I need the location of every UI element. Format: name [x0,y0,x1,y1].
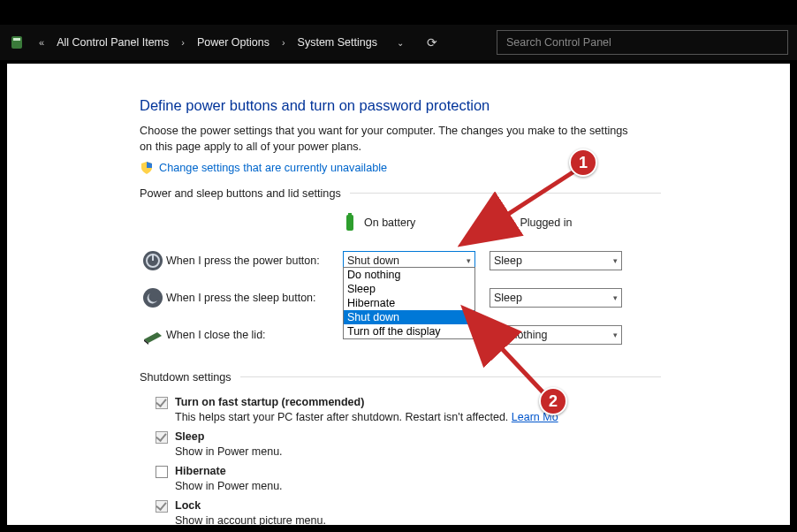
dropdown-lid-plugged[interactable]: Do nothing ▾ [490,325,622,345]
svg-point-9 [143,288,163,308]
row-sleep-label: When I press the sleep button: [166,292,343,304]
row-lid-label: When I close the lid: [166,329,343,341]
refresh-icon[interactable]: ⟳ [427,35,437,49]
dropdown-value: Sleep [494,255,522,267]
breadcrumb-item-system[interactable]: System Settings [298,36,377,49]
chk-fast-label: Turn on fast startup (recommended) [175,396,364,408]
chk-fast-sub-text: This helps start your PC faster after sh… [175,411,512,423]
checkbox-sleep[interactable] [156,431,168,444]
chevron-down-icon: ▾ [613,293,618,302]
chk-sleep-sub: Show in Power menu. [175,445,661,458]
col-head-battery: On battery [343,212,415,233]
section-divider [350,193,661,194]
checkbox-fast-startup[interactable] [156,397,168,409]
svg-rect-8 [152,254,154,261]
chk-hib-sub: Show in Power menu. [175,480,661,492]
titlebar-spacer [0,0,797,25]
shutdown-settings: Shutdown settings Turn on fast startup (… [140,371,661,527]
breadcrumb-item-power[interactable]: Power Options [197,36,269,49]
uac-shield-icon [140,161,154,175]
dropdown-value: Sleep [494,292,522,304]
section-header-power: Power and sleep buttons and lid settings [140,187,661,200]
col-head-plugged: Plugged in [486,217,572,229]
dropdown-option[interactable]: Shut down [344,310,474,324]
breadcrumb-back-glyph[interactable]: « [34,37,49,48]
chk-lock-label: Lock [175,499,201,512]
dropdown-option[interactable]: Do nothing [344,268,474,282]
section-divider [240,376,661,377]
window-root: « All Control Panel Items › Power Option… [0,0,797,532]
address-bar: « All Control Panel Items › Power Option… [0,25,797,60]
content-area: Define power buttons and turn on passwor… [7,64,661,527]
column-headers: On battery Plugged in [343,212,661,233]
dropdown-value: Do nothing [494,329,547,341]
annotation-callout-2: 2 [539,387,567,415]
col-plugged-label: Plugged in [520,217,572,229]
control-panel-icon [9,34,25,51]
svg-rect-3 [348,213,352,216]
col-battery-label: On battery [364,217,415,229]
chk-hib-label: Hibernate [175,465,226,477]
search-wrap [497,30,788,55]
power-button-icon [140,249,166,272]
lid-icon [140,323,166,346]
dropdown-option[interactable]: Turn off the display [344,324,474,338]
annotation-callout-1: 1 [569,148,597,177]
dropdown-power-plugged[interactable]: Sleep ▾ [490,251,622,270]
plug-icon [486,217,512,229]
page-body: Define power buttons and turn on passwor… [7,64,790,525]
section-label: Power and sleep buttons and lid settings [140,187,341,200]
dropdown-sleep-plugged[interactable]: Sleep ▾ [490,288,622,308]
svg-rect-2 [346,215,353,231]
breadcrumb-item-allcp[interactable]: All Control Panel Items [57,36,169,49]
checkbox-lock[interactable] [156,500,168,513]
row-power-label: When I press the power button: [166,255,343,267]
chevron-down-icon: ▾ [613,256,618,265]
chevron-down-icon: ▾ [613,331,618,339]
chk-sleep-label: Sleep [175,430,204,443]
checkbox-hibernate[interactable] [156,466,168,478]
page-title: Define power buttons and turn on passwor… [140,97,661,114]
battery-icon [343,212,357,233]
svg-point-4 [488,218,502,227]
change-settings-link[interactable]: Change settings that are currently unava… [159,162,387,174]
dropdown-menu-open[interactable]: Do nothingSleepHibernateShut downTurn of… [343,267,475,339]
section-header-shutdown: Shutdown settings [140,371,661,384]
dropdown-value: Shut down [347,255,399,267]
search-input[interactable] [497,30,788,55]
section-label: Shutdown settings [140,371,232,384]
chk-lock: Lock [156,499,661,513]
chk-lock-sub: Show in account picture menu. [175,514,661,527]
chevron-down-icon: ▾ [467,256,471,265]
chk-hibernate: Hibernate [156,465,661,478]
chk-fast-startup: Turn on fast startup (recommended) [156,396,661,409]
sleep-button-icon [140,286,166,309]
chk-fast-sub: This helps start your PC faster after sh… [175,411,661,423]
dropdown-option[interactable]: Hibernate [344,296,474,310]
chevron-right-icon: › [176,37,190,48]
page-description: Choose the power settings that you want … [140,123,634,156]
chk-sleep: Sleep [156,430,661,444]
chevron-right-icon: › [277,37,291,48]
dropdown-option[interactable]: Sleep [344,282,474,296]
breadcrumb-dropdown-icon[interactable]: ⌄ [397,38,404,48]
svg-rect-5 [500,221,511,224]
svg-rect-1 [13,38,20,41]
